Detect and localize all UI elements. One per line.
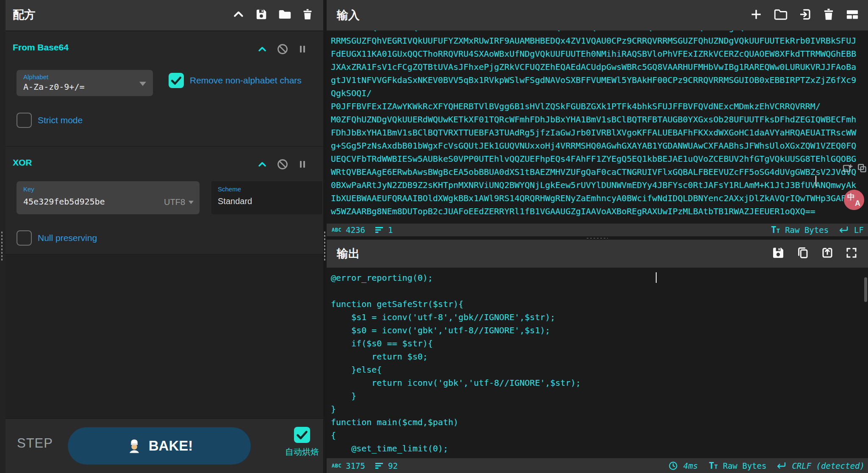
add-tab-icon[interactable] — [749, 8, 763, 21]
input-cursor — [815, 176, 816, 186]
null-preserving-label[interactable]: Null preserving — [38, 233, 97, 243]
recipe-title: 配方 — [13, 7, 36, 22]
bake-time-clock-icon — [668, 461, 678, 471]
open-folder-icon[interactable] — [774, 8, 788, 21]
input-textarea[interactable]: RRMSGUZFQhVEGRIVQkUUFUFYZXMxRUwIRF9AUAMB… — [327, 30, 868, 224]
disable-op-icon[interactable] — [277, 158, 288, 170]
op-title: XOR — [13, 158, 32, 168]
recipe-panel: 配方 From Base64 — [6, 0, 323, 473]
auto-bake-checkbox[interactable] — [294, 427, 310, 443]
char-encoding-icon[interactable]: TT — [771, 225, 780, 235]
output-header: 输出 — [327, 240, 868, 268]
bake-controls-bar: STEP BAKE! 自动烘焙 — [6, 418, 323, 473]
alphabet-field[interactable]: Alphabet A-Za-z0-9+/= — [17, 70, 153, 96]
op-title: From Base64 — [13, 42, 69, 53]
collapse-op-icon[interactable] — [257, 44, 267, 54]
input-line-count: 1 — [388, 225, 393, 235]
copy-output-icon[interactable] — [796, 246, 810, 260]
recipe-io-splitter-handle[interactable] — [324, 231, 326, 261]
disable-op-icon[interactable] — [277, 43, 288, 55]
char-count-icon: ABC — [332, 227, 341, 233]
input-char-count: 4236 — [346, 225, 365, 235]
op-xor[interactable]: XOR Key 45e329feb5d925be UTF8 — [6, 147, 323, 254]
output-line-count: 92 — [388, 461, 398, 470]
bake-button[interactable]: BAKE! — [68, 427, 251, 465]
xor-key-value[interactable]: 45e329feb5d925be — [23, 196, 105, 207]
input-header: 输入 — [327, 0, 868, 31]
input-status-bar: ABC 4236 1 TT Raw Bytes LF — [327, 224, 868, 236]
save-recipe-icon[interactable] — [255, 8, 268, 21]
chef-icon — [126, 437, 143, 454]
screen-capture-toolbar[interactable] — [842, 163, 868, 174]
breakpoint-pause-icon[interactable] — [298, 159, 307, 169]
char-count-icon: ABC — [332, 463, 341, 469]
collapse-op-icon[interactable] — [257, 159, 267, 169]
output-char-encoding[interactable]: Raw Bytes — [723, 461, 766, 470]
replace-input-with-output-icon[interactable] — [821, 246, 834, 260]
output-scrollbar-thumb[interactable] — [864, 277, 867, 302]
line-count-icon — [375, 462, 384, 469]
io-panels: 输入 RRMSGUZFQhVEGRIV — [327, 0, 868, 473]
output-title: 输出 — [337, 246, 360, 261]
output-char-count: 3175 — [346, 461, 365, 470]
maximise-output-icon[interactable] — [845, 246, 858, 259]
strict-mode-label[interactable]: Strict mode — [38, 115, 83, 125]
open-file-as-input-icon[interactable] — [799, 8, 812, 21]
alphabet-value[interactable]: A-Za-z0-9+/= — [23, 82, 85, 92]
output-bake-time: 4ms — [683, 461, 698, 470]
output-text: @error_reporting(0); function getSafeStr… — [331, 271, 868, 455]
io-splitter-handle[interactable] — [586, 237, 608, 239]
null-preserving-checkbox[interactable] — [17, 230, 32, 246]
xor-key-field[interactable]: Key 45e329feb5d925be UTF8 — [17, 181, 200, 214]
translate-a-glyph: A — [855, 199, 860, 208]
input-text: RRMSGUZFQhVEGRIVQkUUFUFYZXMxRUwIRF9AUAMB… — [331, 30, 868, 218]
output-status-bar: ABC 3175 92 4ms TT Raw Bytes CRLF (detec… — [327, 458, 868, 473]
output-cursor — [656, 272, 657, 283]
xor-scheme-label: Scheme — [218, 185, 241, 193]
collapse-chevron-up-icon[interactable] — [232, 8, 245, 21]
alphabet-dropdown-caret-icon[interactable] — [139, 82, 146, 86]
save-output-icon[interactable] — [771, 246, 785, 260]
input-eol[interactable]: LF — [854, 225, 864, 235]
key-encoding-caret-icon[interactable] — [189, 201, 194, 204]
xor-scheme-select[interactable]: Scheme Standard — [211, 181, 322, 214]
bake-button-label: BAKE! — [149, 438, 193, 454]
strict-mode-checkbox[interactable] — [17, 113, 32, 128]
output-textarea[interactable]: @error_reporting(0); function getSafeStr… — [327, 268, 868, 458]
eol-return-icon[interactable] — [776, 462, 787, 470]
xor-key-label: Key — [23, 185, 34, 193]
translate-zh-glyph: 中 — [847, 192, 855, 202]
auto-bake-label[interactable]: 自动烘焙 — [285, 446, 319, 458]
cyberchef-app: 配方 From Base64 — [0, 0, 868, 473]
output-eol[interactable]: CRLF (detected) — [792, 461, 865, 470]
translate-extension-badge[interactable]: 中 A — [844, 190, 864, 210]
input-char-encoding[interactable]: Raw Bytes — [785, 225, 829, 235]
split-view-icon[interactable] — [845, 8, 860, 21]
input-title: 输入 — [337, 8, 360, 23]
screenshot-pin-icon[interactable] — [857, 163, 868, 174]
xor-key-encoding[interactable]: UTF8 — [164, 197, 185, 207]
breakpoint-pause-icon[interactable] — [298, 44, 307, 54]
load-recipe-folder-icon[interactable] — [278, 8, 292, 21]
char-encoding-icon[interactable]: TT — [709, 461, 718, 471]
line-count-icon — [375, 227, 384, 233]
clear-recipe-trash-icon[interactable] — [302, 8, 313, 21]
step-button[interactable]: STEP — [17, 436, 53, 451]
xor-scheme-value[interactable]: Standard — [218, 196, 252, 206]
op-from-base64[interactable]: From Base64 Alphabet A-Za-z0-9+/= — [6, 31, 323, 147]
operations-splitter-handle[interactable] — [1, 231, 3, 261]
remove-non-alphabet-label[interactable]: Remove non-alphabet chars — [190, 75, 302, 86]
clear-input-trash-icon[interactable] — [823, 8, 835, 21]
screenshot-new-icon[interactable] — [842, 163, 853, 174]
alphabet-label: Alphabet — [23, 73, 48, 80]
recipe-header: 配方 — [6, 0, 323, 31]
remove-non-alphabet-checkbox[interactable] — [169, 73, 184, 88]
eol-return-icon[interactable] — [838, 226, 849, 234]
